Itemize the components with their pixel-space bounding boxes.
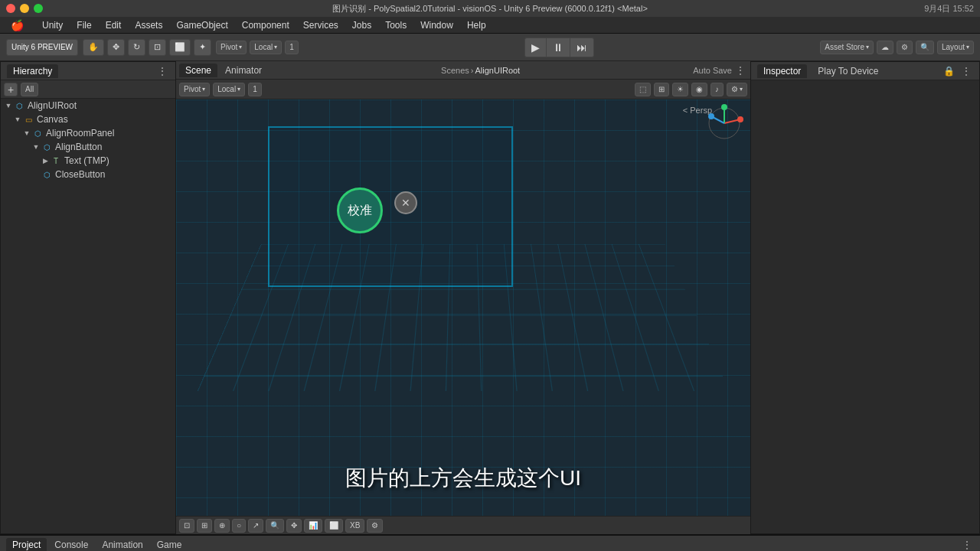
menu-jobs[interactable]: Jobs <box>346 18 377 32</box>
unity-logo-btn[interactable]: Unity 6 PREVIEW <box>6 39 78 56</box>
tab-project[interactable]: Project <box>6 538 47 552</box>
scene-breadcrumb-current[interactable]: AlignUIRoot <box>475 66 520 75</box>
pause-button[interactable]: ⏸ <box>547 38 570 57</box>
hierarchy-menu-btn[interactable]: ⋮ <box>155 65 169 77</box>
scene-tool-6[interactable]: 🔍 <box>266 519 284 533</box>
scene-tool-5[interactable]: ↗ <box>248 519 263 533</box>
apple-menu[interactable]: 🍎 <box>5 18 30 33</box>
scene-audio-toggle[interactable]: ♪ <box>710 83 724 96</box>
time-display: 9月4日 15:52 <box>924 3 974 15</box>
scene-grid-toggle[interactable]: ⊞ <box>654 83 669 96</box>
bottom-section: Project Console Animation Game ⋮ + ☰ ⊞ ℹ… <box>0 534 980 551</box>
scene-close-button[interactable]: ✕ <box>394 191 417 214</box>
scene-tool-9[interactable]: ⬜ <box>325 519 343 533</box>
layout-btn[interactable]: Layout▾ <box>937 41 974 54</box>
menu-file[interactable]: File <box>70 18 97 32</box>
transform-tool-btn[interactable]: ✦ <box>194 39 211 56</box>
scene-tool-1[interactable]: ⊡ <box>179 519 194 533</box>
scene-tool-3[interactable]: ⊕ <box>214 519 230 533</box>
menu-window[interactable]: Window <box>414 18 459 32</box>
scene-tab[interactable]: Scene <box>179 64 217 77</box>
tab-console[interactable]: Console <box>48 538 94 552</box>
minimize-window-btn[interactable] <box>20 4 29 13</box>
scene-local-btn[interactable]: Local▾ <box>213 83 245 96</box>
tree-item-alignuiroot[interactable]: ▼ ⬡ AlignUIRoot <box>1 99 175 112</box>
toolbar-right: Asset Store▾ ☁ ⚙ 🔍 Layout▾ <box>820 41 974 54</box>
rect-tool-btn[interactable]: ⬜ <box>169 39 191 56</box>
animator-tab[interactable]: Animator <box>219 64 268 77</box>
scene-layer-btn[interactable]: 1 <box>248 83 262 96</box>
menu-services[interactable]: Services <box>297 18 345 32</box>
tree-item-closebutton[interactable]: ⬡ CloseButton <box>1 168 175 181</box>
hierarchy-add-btn[interactable]: + <box>4 83 18 96</box>
scene-menu-btn[interactable]: ⋮ <box>733 64 747 77</box>
scene-fx-toggle[interactable]: ◉ <box>691 83 707 96</box>
local-dropdown[interactable]: Local▾ <box>250 41 282 54</box>
close-window-btn[interactable] <box>6 4 15 13</box>
tree-arrow: ▼ <box>22 129 31 137</box>
menu-unity[interactable]: Unity <box>36 18 69 32</box>
play-button[interactable]: ▶ <box>525 38 547 57</box>
play-to-device-tab[interactable]: Play To Device <box>812 64 884 78</box>
auto-save-label: Auto Save <box>693 66 732 75</box>
tab-game[interactable]: Game <box>151 538 188 552</box>
menu-help[interactable]: Help <box>461 18 492 32</box>
maximize-window-btn[interactable] <box>34 4 43 13</box>
hierarchy-tree: ▼ ⬡ AlignUIRoot ▼ ▭ Canvas ▼ ⬡ AlignRoom… <box>1 99 175 533</box>
tree-item-alignroompanel[interactable]: ▼ ⬡ AlignRoomPanel <box>1 126 175 140</box>
titlebar-right: 9月4日 15:52 <box>924 3 974 15</box>
rotate-tool-btn[interactable]: ↻ <box>128 39 145 56</box>
menu-assets[interactable]: Assets <box>129 18 168 32</box>
svg-point-4 <box>721 104 727 110</box>
scale-tool-btn[interactable]: ⊡ <box>149 39 166 56</box>
menu-component[interactable]: Component <box>236 18 296 32</box>
tree-item-text-tmp[interactable]: ▶ T Text (TMP) <box>1 154 175 168</box>
bottom-tabs: Project Console Animation Game ⋮ <box>0 536 980 551</box>
pivot-dropdown[interactable]: Pivot▾ <box>216 41 247 54</box>
calibrate-button[interactable]: 校准 <box>337 187 383 233</box>
scene-tool-7[interactable]: ✥ <box>286 519 302 533</box>
unity-toolbar: Unity 6 PREVIEW ✋ ✥ ↻ ⊡ ⬜ ✦ Pivot▾ Local… <box>0 34 980 61</box>
tree-item-canvas[interactable]: ▼ ▭ Canvas <box>1 112 175 126</box>
hand-tool-btn[interactable]: ✋ <box>83 39 104 56</box>
inspector-menu-btn[interactable]: ⋮ <box>959 65 973 77</box>
scene-tool-4[interactable]: ○ <box>232 519 246 533</box>
scene-tabs: Scene Animator Scenes › AlignUIRoot Auto… <box>176 61 750 80</box>
lock-icon[interactable]: 🔒 <box>943 66 955 77</box>
scene-view-toggle[interactable]: ⬚ <box>635 83 651 96</box>
hierarchy-panel: Hierarchy ⋮ + All ▼ ⬡ AlignUIRoot ▼ ▭ <box>0 61 176 534</box>
scene-breadcrumb-scenes[interactable]: Scenes <box>441 66 469 75</box>
canvas-icon: ▭ <box>22 113 34 126</box>
scene-lighting-toggle[interactable]: ☀ <box>672 83 688 96</box>
pivot-section: Pivot▾ Local▾ 1 <box>216 41 299 54</box>
asset-store-btn[interactable]: Asset Store▾ <box>820 41 874 54</box>
unity-version-label: Unity 6 PREVIEW <box>11 43 73 51</box>
menu-edit[interactable]: Edit <box>100 18 128 32</box>
collab-btn[interactable]: ⚙ <box>897 41 913 54</box>
bottom-menu-btn[interactable]: ⋮ <box>960 539 974 551</box>
search-btn[interactable]: 🔍 <box>916 41 934 54</box>
text-icon: T <box>50 155 62 167</box>
scene-pivot-btn[interactable]: Pivot▾ <box>179 83 210 96</box>
hierarchy-search-btn[interactable]: All <box>21 83 38 96</box>
tab-animation[interactable]: Animation <box>96 538 149 552</box>
scene-tool-xb[interactable]: XB <box>345 519 364 533</box>
scene-tool-2[interactable]: ⊞ <box>197 519 212 533</box>
inspector-tab[interactable]: Inspector <box>757 64 807 78</box>
titlebar: 图片识别 - PolySpatial2.0Tutorial - visionOS… <box>0 0 980 17</box>
move-tool-btn[interactable]: ✥ <box>107 39 125 56</box>
tree-item-alignbutton[interactable]: ▼ ⬡ AlignButton <box>1 140 175 154</box>
scene-tool-settings[interactable]: ⚙ <box>367 519 383 533</box>
scene-tool-8[interactable]: 📊 <box>304 519 322 533</box>
layer-input[interactable]: 1 <box>285 41 299 54</box>
traffic-lights[interactable] <box>6 4 43 13</box>
menubar: 🍎 Unity File Edit Assets GameObject Comp… <box>0 17 980 34</box>
account-btn[interactable]: ☁ <box>877 41 893 54</box>
hierarchy-tab[interactable]: Hierarchy <box>7 64 58 78</box>
scene-viewport[interactable]: 校准 ✕ < Persp 图片的上方会生成这个UI <box>176 99 750 516</box>
step-button[interactable]: ⏭ <box>570 38 593 57</box>
menu-tools[interactable]: Tools <box>379 18 413 32</box>
menu-gameobject[interactable]: GameObject <box>170 18 234 32</box>
scene-more-toggle[interactable]: ⚙▾ <box>727 83 747 96</box>
tree-arrow: ▼ <box>31 143 41 151</box>
